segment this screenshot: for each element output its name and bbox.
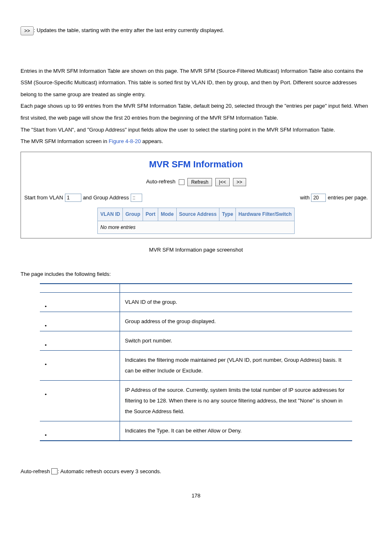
- col-group: Group: [123, 208, 143, 221]
- fields-header-row: [40, 284, 352, 293]
- figure-title: MVR SFM Information: [21, 152, 371, 174]
- field-desc: Group address of the group displayed.: [120, 312, 353, 331]
- intro-paragraph-2: Each page shows up to 99 entries from th…: [21, 100, 371, 124]
- figure-caption: MVR SFM Information page screenshot: [21, 244, 371, 256]
- first-page-button[interactable]: |<<: [215, 178, 230, 186]
- table-row: • Indicates the Type. It can be either A…: [40, 421, 352, 441]
- field-desc: VLAN ID of the group.: [120, 293, 353, 312]
- intro-paragraph-3: The "Start from VLAN", and "Group Addres…: [21, 124, 371, 136]
- fields-table: • VLAN ID of the group. • Group address …: [40, 283, 352, 441]
- next-button-desc-text: : Updates the table, starting with the e…: [34, 27, 224, 33]
- intro-4-pre: The MVR SFM Information screen in: [21, 138, 109, 144]
- field-desc: Indicates the Type. It can be either All…: [120, 421, 353, 441]
- group-address-input[interactable]: [131, 194, 142, 202]
- col-type: Type: [219, 208, 236, 221]
- auto-refresh-description: Auto-refresh : Automatic refresh occurs …: [21, 466, 371, 478]
- sfm-empty-row: No more entries: [98, 221, 294, 234]
- field-desc: Indicates the filtering mode maintained …: [120, 351, 353, 381]
- bullet-icon: •: [45, 430, 47, 432]
- auto-refresh-post: : Automatic refresh occurs every 3 secon…: [58, 468, 161, 474]
- filter-row: Start from VLAN and Group Address with e…: [21, 192, 371, 208]
- bullet-icon: •: [45, 301, 47, 304]
- with-label: with: [300, 192, 309, 204]
- sfm-header-row: VLAN ID Group Port Mode Source Address T…: [98, 208, 294, 221]
- next-page-button-fig[interactable]: >>: [233, 178, 246, 186]
- intro-paragraph-1: Entries in the MVR SFM Information Table…: [21, 65, 371, 101]
- mvr-sfm-figure: MVR SFM Information Auto-refresh Refresh…: [21, 152, 371, 238]
- col-port: Port: [143, 208, 158, 221]
- table-row: • VLAN ID of the group.: [40, 293, 352, 312]
- next-button-description: >>: Updates the table, starting with the…: [21, 25, 371, 37]
- intro-4-post: appears.: [141, 138, 163, 144]
- table-row: • IP Address of the source. Currently, s…: [40, 381, 352, 421]
- field-desc: IP Address of the source. Currently, sys…: [120, 381, 353, 421]
- no-more-entries: No more entries: [98, 221, 294, 234]
- auto-refresh-label: Auto-refresh: [146, 178, 175, 185]
- col-vlan-id: VLAN ID: [98, 208, 123, 221]
- refresh-button[interactable]: Refresh: [187, 178, 212, 186]
- page-number: 178: [21, 490, 371, 502]
- start-from-vlan-input[interactable]: [65, 194, 81, 202]
- table-row: • Group address of the group displayed.: [40, 312, 352, 331]
- auto-refresh-checkbox[interactable]: [179, 179, 184, 185]
- intro-paragraph-4: The MVR SFM Information screen in Figure…: [21, 136, 371, 148]
- sfm-table: VLAN ID Group Port Mode Source Address T…: [97, 208, 294, 234]
- entries-per-page-input[interactable]: [311, 194, 326, 202]
- col-hw-filter-switch: Hardware Filter/Switch: [236, 208, 294, 221]
- fields-intro: The page includes the following fields:: [21, 268, 371, 280]
- col-mode: Mode: [158, 208, 176, 221]
- next-page-button[interactable]: >>: [21, 26, 34, 35]
- figure-toolbar: Auto-refresh Refresh |<< >>: [21, 174, 371, 192]
- table-row: • Indicates the filtering mode maintaine…: [40, 351, 352, 381]
- table-row: • Switch port number.: [40, 331, 352, 351]
- bullet-icon: •: [45, 389, 47, 392]
- bullet-icon: •: [45, 321, 47, 323]
- and-group-address-label: and Group Address: [83, 192, 129, 204]
- auto-refresh-pre: Auto-refresh: [21, 468, 51, 474]
- field-desc: Switch port number.: [120, 331, 353, 351]
- bullet-icon: •: [45, 340, 47, 342]
- figure-reference-link[interactable]: Figure 4-8-20: [109, 138, 141, 144]
- start-from-vlan-label: Start from VLAN: [24, 192, 63, 204]
- entries-per-page-label: entries per page.: [327, 192, 368, 204]
- col-source-address: Source Address: [176, 208, 219, 221]
- checkbox-icon: [51, 468, 58, 474]
- bullet-icon: •: [45, 359, 47, 362]
